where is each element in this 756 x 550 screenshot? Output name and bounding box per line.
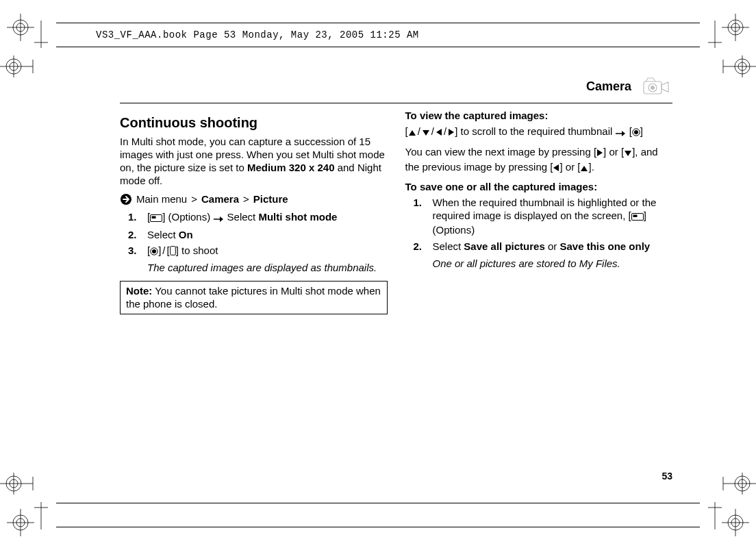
menu-breadcrumb: Main menu > Camera > Picture — [120, 192, 388, 205]
step-2: 2. Select On — [128, 228, 388, 241]
nav-right-icon — [596, 147, 603, 160]
intro-paragraph: In Multi shot mode, you can capture a su… — [120, 135, 388, 188]
doc-header-text: VS3_VF_AAA.book Page 53 Monday, May 23, … — [96, 29, 419, 40]
svg-point-56 — [634, 130, 638, 134]
step-1: 1. [] (Options) Select Multi shot mode — [128, 210, 388, 225]
note-box: Note: You cannot take pictures in Multi … — [120, 281, 388, 314]
svg-rect-58 — [633, 215, 637, 218]
nav-down-icon — [624, 147, 632, 160]
nav-right-icon — [448, 126, 455, 139]
document-footer-bar — [56, 503, 700, 527]
section-header: Camera — [120, 74, 672, 103]
nav-left-icon — [553, 162, 559, 175]
page-number: 53 — [662, 471, 672, 482]
arrow-right-icon — [615, 127, 626, 140]
nav-up-icon — [408, 126, 416, 139]
side-mark-right-bottom — [715, 470, 756, 497]
nav-up-icon — [580, 162, 588, 175]
svg-point-52 — [152, 249, 156, 253]
save-steps-list: 1. When the required thumbnail is highli… — [414, 196, 673, 270]
heading-view-captured: To view the captured images: — [405, 109, 673, 122]
crop-mark-tl — [7, 7, 48, 48]
document-run-header: VS3_VF_AAA.book Page 53 Monday, May 23, … — [56, 23, 700, 47]
step-3-note: The captured images are displayed as thu… — [147, 261, 388, 274]
save-step-2: 2. Select Save all pictures or Save this… — [414, 240, 673, 270]
arrow-right-icon — [213, 212, 224, 225]
side-key-icon — [170, 245, 176, 258]
camera-icon — [641, 75, 672, 97]
page-content: Camera Continuous shooting In Multi shot… — [120, 74, 672, 482]
heading-save-captured: To save one or all the captured images: — [405, 180, 673, 193]
softkey-icon — [631, 210, 644, 223]
svg-rect-49 — [152, 216, 156, 218]
crop-mark-bl — [7, 502, 48, 543]
softkey-icon — [150, 212, 162, 225]
steps-list: 1. [] (Options) Select Multi shot mode 2… — [128, 210, 388, 275]
svg-point-46 — [651, 86, 655, 90]
left-column: Continuous shooting In Multi shot mode, … — [120, 108, 388, 314]
side-mark-left-bottom — [0, 470, 41, 497]
view-instruction-2: You can view the next image by pressing … — [405, 145, 673, 174]
step-3: 3. []/[] to shoot The captured images ar… — [128, 244, 388, 274]
heading-continuous-shooting: Continuous shooting — [120, 114, 388, 132]
crop-mark-br — [708, 502, 749, 543]
nav-left-icon — [436, 126, 442, 139]
save-step-1: 1. When the required thumbnail is highli… — [414, 196, 673, 237]
section-title: Camera — [586, 79, 631, 94]
nav-down-icon — [422, 126, 430, 139]
center-key-icon — [632, 126, 640, 139]
svg-rect-53 — [170, 247, 175, 255]
arrow-circle-icon — [120, 193, 132, 205]
right-column: To view the captured images: [///] to sc… — [405, 108, 673, 314]
crop-mark-tr — [708, 7, 749, 48]
view-instruction-1: [///] to scroll to the required thumbnai… — [405, 125, 673, 140]
center-key-icon — [150, 245, 158, 258]
side-mark-right-top — [715, 53, 756, 80]
save-step-2-note: One or all pictures are stored to My Fil… — [433, 257, 673, 270]
side-mark-left-top — [0, 53, 41, 80]
